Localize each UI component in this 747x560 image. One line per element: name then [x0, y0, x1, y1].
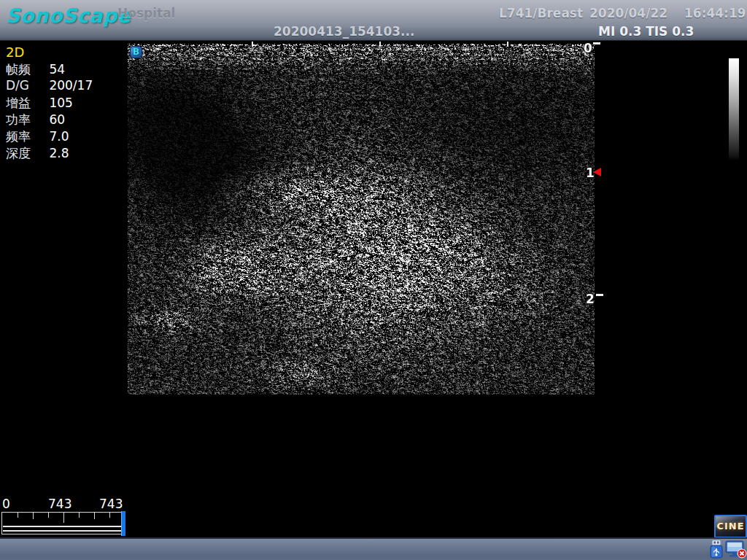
depth-label-2: 2 — [586, 292, 595, 306]
cine-scale-start: 0 — [2, 497, 10, 511]
param-value-power: 60 — [49, 112, 65, 127]
cine-tick — [48, 513, 49, 518]
b-mode-orientation-mark: B — [130, 46, 142, 58]
cine-track-lines — [3, 526, 124, 532]
param-value-frequency: 7.0 — [49, 129, 69, 144]
cine-tick — [33, 513, 34, 519]
param-label-dg: D/G — [6, 78, 45, 93]
scale-tick — [379, 42, 381, 47]
param-row: 功率 60 — [6, 112, 65, 128]
depth-tick — [596, 294, 603, 296]
param-value-gain: 105 — [49, 96, 72, 110]
param-label-power: 功率 — [6, 112, 45, 128]
hospital-name: Hospital — [117, 6, 175, 20]
depth-tick — [593, 42, 600, 44]
cine-tick — [18, 513, 18, 518]
param-label-framerate: 帧频 — [6, 61, 45, 78]
header-bar: SonoScape Hospital L741/Breast 2020/04/2… — [0, 0, 747, 41]
scale-tick — [507, 42, 508, 47]
probe-preset: L741/Breast — [499, 6, 583, 20]
scale-tick — [252, 42, 253, 47]
param-row: 增益 105 — [6, 95, 73, 111]
param-row: D/G 200/17 — [6, 78, 93, 94]
param-value-depth: 2.8 — [49, 146, 69, 160]
cine-tick — [79, 513, 80, 518]
param-row: 频率 7.0 — [6, 128, 69, 144]
taskbar — [0, 537, 747, 560]
exam-id: 20200413_154103... — [274, 24, 414, 39]
cine-position-cursor[interactable] — [121, 511, 125, 536]
param-row: 帧频 54 — [6, 61, 65, 77]
param-label-gain: 增益 — [6, 95, 45, 112]
ultrasound-image — [128, 44, 595, 394]
param-value-dg: 200/17 — [49, 78, 93, 93]
depth-label-0: 0 — [584, 41, 592, 55]
focus-marker-icon[interactable] — [593, 168, 601, 176]
cine-scale-end: 743 — [99, 497, 123, 511]
sonoscape-logo: SonoScape — [6, 4, 131, 27]
time-display: 16:44:19 — [684, 6, 746, 20]
mode-label: 2D — [6, 44, 24, 60]
param-label-depth: 深度 — [6, 145, 45, 162]
cine-scrub-bar[interactable] — [1, 512, 125, 534]
param-value-framerate: 54 — [49, 62, 65, 77]
cine-scale-mid: 743 — [48, 497, 71, 511]
param-label-frequency: 频率 — [6, 128, 45, 145]
cine-tick — [63, 513, 64, 523]
network-disconnected-icon[interactable] — [725, 540, 747, 559]
param-row: 深度 2.8 — [6, 145, 69, 161]
date-display: 2020/04/22 — [589, 6, 667, 20]
cine-tick — [94, 513, 95, 519]
grayscale-bar — [729, 58, 739, 160]
mi-tis-display: MI 0.3 TIS 0.3 — [598, 24, 694, 39]
cine-tick — [109, 513, 110, 518]
usb-icon[interactable] — [707, 540, 726, 559]
cine-button[interactable]: CINE — [714, 515, 747, 538]
